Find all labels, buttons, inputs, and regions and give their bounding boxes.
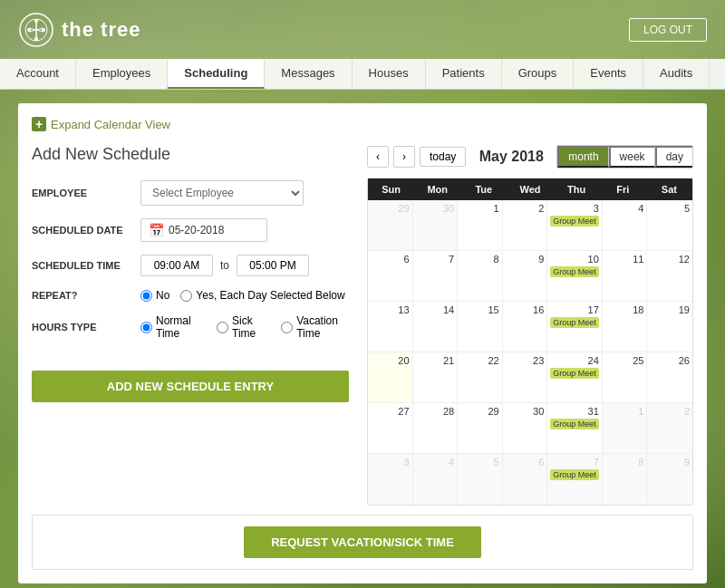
calendar-event[interactable]: Group Meet <box>550 266 599 277</box>
add-schedule-button[interactable]: ADD NEW SCHEDULE ENTRY <box>32 371 349 402</box>
expand-calendar-label: Expand Calendar View <box>51 118 170 131</box>
calendar-cell[interactable]: 4 <box>413 454 459 505</box>
calendar-week-3: 2021222324Group Meet2526 <box>368 352 692 403</box>
expand-icon: + <box>32 117 46 131</box>
calendar-cell[interactable]: 5 <box>647 200 692 250</box>
date-input[interactable]: 📅 05-20-2018 <box>140 218 267 242</box>
calendar-cell[interactable]: 6 <box>368 251 413 301</box>
calendar-cell[interactable]: 9 <box>647 454 692 505</box>
calendar-cell[interactable]: 3 <box>368 454 413 505</box>
calendar-grid: Sun Mon Tue Wed Thu Fri Sat 2930123Group… <box>367 178 693 506</box>
nav-groups[interactable]: Groups <box>502 59 575 89</box>
logout-button[interactable]: LOG OUT <box>629 18 707 42</box>
calendar-cell[interactable]: 31Group Meet <box>547 403 603 453</box>
next-button[interactable]: › <box>393 146 415 168</box>
calendar-cell[interactable]: 29 <box>458 403 503 453</box>
calendar-cell[interactable]: 24Group Meet <box>547 352 603 402</box>
time-start-input[interactable] <box>140 255 213 276</box>
hours-type-group: Normal Time Sick Time Vacation Time <box>140 314 349 340</box>
calendar-cell[interactable]: 30 <box>503 403 548 453</box>
calendar-cell[interactable]: 23 <box>503 352 548 402</box>
calendar-cell[interactable]: 14 <box>413 302 459 352</box>
nav-houses[interactable]: Houses <box>353 59 426 89</box>
calendar-cell[interactable]: 26 <box>647 352 692 402</box>
calendar-cell[interactable]: 30 <box>413 200 459 250</box>
time-end-input[interactable] <box>237 255 309 276</box>
calendar-cell[interactable]: 18 <box>603 302 648 352</box>
calendar-cell[interactable]: 11 <box>603 251 648 301</box>
calendar-cell[interactable]: 15 <box>458 302 503 352</box>
calendar-cell[interactable]: 2 <box>647 403 692 453</box>
prev-button[interactable]: ‹ <box>367 146 389 168</box>
nav-account[interactable]: Account <box>0 59 76 89</box>
hours-normal-option[interactable]: Normal Time <box>140 314 203 340</box>
repeat-no-option[interactable]: No <box>140 289 169 302</box>
calendar-cell[interactable]: 1 <box>458 200 503 250</box>
hours-sick-option[interactable]: Sick Time <box>217 314 267 340</box>
nav-scheduling[interactable]: Scheduling <box>168 59 265 89</box>
calendar-cell[interactable]: 21 <box>413 352 459 402</box>
repeat-yes-radio[interactable] <box>180 290 192 302</box>
calendar-cell[interactable]: 28 <box>413 403 459 453</box>
form-title: Add New Schedule <box>32 145 349 164</box>
calendar-cell[interactable]: 10Group Meet <box>547 251 603 301</box>
calendar-cell[interactable]: 3Group Meet <box>547 200 603 250</box>
employee-control: Select Employee <box>140 180 349 206</box>
calendar-event[interactable]: Group Meet <box>550 419 599 429</box>
calendar-cell[interactable]: 19 <box>647 302 692 352</box>
day-view-button[interactable]: day <box>655 146 692 168</box>
calendar-cell[interactable]: 6 <box>503 454 548 505</box>
hours-vacation-option[interactable]: Vacation Time <box>281 314 349 340</box>
calendar-cell[interactable]: 7Group Meet <box>547 454 603 505</box>
calendar-cell[interactable]: 12 <box>647 251 692 301</box>
employee-select[interactable]: Select Employee <box>140 180 304 206</box>
repeat-no-radio[interactable] <box>140 290 152 302</box>
scheduled-time-row: SCHEDULED TIME to <box>32 255 349 276</box>
calendar-cell[interactable]: 4 <box>603 200 648 250</box>
nav-billing[interactable]: Billing <box>710 59 725 89</box>
repeat-yes-option[interactable]: Yes, Each Day Selected Below <box>180 289 344 302</box>
calendar-cell[interactable]: 29 <box>368 200 413 250</box>
nav-audits[interactable]: Audits <box>643 59 710 89</box>
calendar-cell[interactable]: 13 <box>368 302 413 352</box>
expand-calendar[interactable]: + Expand Calendar View <box>32 117 693 131</box>
hours-normal-radio[interactable] <box>140 322 152 333</box>
day-header-sun: Sun <box>368 178 414 200</box>
date-number: 3 <box>550 203 599 214</box>
hours-sick-radio[interactable] <box>217 322 228 333</box>
date-number: 28 <box>416 406 455 417</box>
calendar-nav: ‹ › today <box>367 146 466 168</box>
calendar-cell[interactable]: 17Group Meet <box>547 302 603 352</box>
calendar-event[interactable]: Group Meet <box>550 469 599 480</box>
nav-employees[interactable]: Employees <box>76 59 168 89</box>
date-number: 25 <box>605 355 644 366</box>
vacation-button[interactable]: REQUEST VACATION/SICK TIME <box>244 526 481 558</box>
calendar-cell[interactable]: 8 <box>458 251 503 301</box>
calendar-cell[interactable]: 1 <box>603 403 648 453</box>
nav-messages[interactable]: Messages <box>265 59 352 89</box>
calendar-cell[interactable]: 5 <box>458 454 503 505</box>
calendar-cell[interactable]: 22 <box>458 352 503 402</box>
calendar-event[interactable]: Group Meet <box>550 216 599 227</box>
hours-vacation-label: Vacation Time <box>296 314 349 340</box>
week-view-button[interactable]: week <box>609 146 655 168</box>
nav-events[interactable]: Events <box>574 59 643 89</box>
scheduled-date-label: SCHEDULED DATE <box>32 225 131 236</box>
hours-vacation-radio[interactable] <box>281 322 293 333</box>
calendar-cell[interactable]: 9 <box>503 251 548 301</box>
nav-patients[interactable]: Patients <box>426 59 502 89</box>
calendar-cell[interactable]: 16 <box>503 302 548 352</box>
calendar-cell[interactable]: 27 <box>368 403 413 453</box>
month-view-button[interactable]: month <box>557 146 608 168</box>
date-number: 7 <box>550 457 599 468</box>
calendar-cell[interactable]: 7 <box>413 251 459 301</box>
today-button[interactable]: today <box>420 147 466 167</box>
calendar-cell[interactable]: 8 <box>603 454 648 505</box>
calendar-event[interactable]: Group Meet <box>550 317 599 328</box>
calendar-cell[interactable]: 25 <box>603 352 648 402</box>
hours-type-row: HOURS TYPE Normal Time Sick Time Vacatio… <box>32 314 349 340</box>
calendar-title: May 2018 <box>479 149 544 165</box>
calendar-event[interactable]: Group Meet <box>550 368 599 379</box>
calendar-cell[interactable]: 2 <box>503 200 548 250</box>
calendar-cell[interactable]: 20 <box>368 352 413 402</box>
